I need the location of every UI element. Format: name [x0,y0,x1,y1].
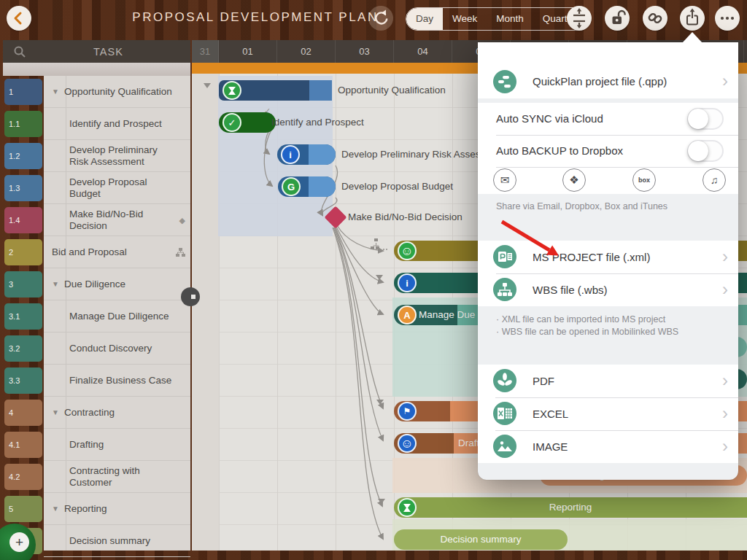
A-marker-icon: A [398,306,417,324]
itunes-icon[interactable]: ♫ [703,168,726,192]
collapse-triangle-icon[interactable]: ▼ [52,407,59,419]
fit-rows-button[interactable] [567,6,592,31]
chevron-right-icon: › [722,241,728,273]
gantt-bar-label: Develop Proposal Budget [341,176,453,197]
task-row-1.1[interactable]: Identify and Prospect [44,108,190,140]
export-quickplan-row[interactable]: QuickPlan project file (.qpp) › [478,65,738,98]
task-label: Develop Proposal Budget [69,176,179,200]
task-row-3.3[interactable]: Finalize Business Case [44,365,190,397]
export-pdf-row[interactable]: PDF › [478,365,738,397]
gantt-bar-progress-segment [309,80,332,101]
gantt-bar-label: Develop Preliminary Risk Assessment [341,144,478,165]
collapse-triangle-icon[interactable]: ▼ [52,279,59,290]
image-icon [493,435,516,458]
task-id-chip[interactable]: 3.1 [4,303,42,330]
export-msproject-row[interactable]: MS PROJECT file (.xml) › [478,241,738,273]
back-button[interactable] [7,6,31,31]
task-id-chip[interactable]: 5 [4,496,42,522]
share-button[interactable] [680,6,705,31]
export-excel-row[interactable]: EXCEL › [478,397,738,430]
task-id-chip[interactable]: 1.3 [4,175,42,201]
collapse-triangle-icon[interactable]: ▼ [52,503,59,515]
unlock-button[interactable] [605,6,630,31]
project-row-strip [3,63,190,76]
task-id-chip[interactable]: 3 [4,271,42,298]
info-marker-icon: i [281,145,300,164]
gantt-bar[interactable]: ✓ [219,112,276,133]
task-id-chip[interactable]: 4 [4,400,42,426]
page-title: PROPOSAL DEVELOPMENT PLAN [132,10,378,25]
view-mode-month[interactable]: Month [487,8,533,30]
gantt-bar[interactable]: G [278,176,336,197]
auto-backup-row: Auto BACKUP to Dropbox [478,135,738,167]
task-label: Manage Due Diligence [69,311,169,322]
export-wbs-row[interactable]: WBS file (.wbs) › [478,273,738,306]
task-label: Opportunity Qualification [64,86,172,98]
task-id-chip[interactable]: 1.2 [4,143,42,169]
auto-sync-row: Auto SYNC via iCloud [478,103,738,135]
view-mode-segmented-control[interactable]: DayWeekMonthQuarter [406,7,587,31]
box-icon[interactable]: box [632,168,656,192]
task-id-chip[interactable]: 3.2 [4,335,42,362]
task-row-4.2[interactable]: Contracting with Customer [44,461,190,493]
view-mode-week[interactable]: Week [443,8,487,30]
auto-backup-toggle[interactable] [687,140,724,162]
gantt-bar-label: Identify and Prospect [271,112,364,133]
task-row-5.1[interactable]: Decision summary [44,525,190,557]
image-label: IMAGE [533,430,568,463]
link-icon [643,6,667,31]
task-id-chip[interactable]: 1.1 [4,111,42,137]
task-row-2[interactable]: Bid and Proposal [44,236,190,268]
task-label: Contracting with Customer [69,465,179,489]
add-task-plus[interactable]: + [9,532,29,552]
task-row-1.4[interactable]: Make Bid/No-Bid Decision◆ [44,204,190,236]
task-id-chip[interactable]: 4.1 [4,432,42,458]
task-id-chip[interactable]: 1 [4,79,42,105]
task-row-1.3[interactable]: Develop Proposal Budget [44,172,190,204]
task-label: Finalize Business Case [69,375,171,386]
undo-button[interactable] [368,6,393,31]
share-targets-row: ✉ ❖ box ♫ [478,167,738,194]
task-label: Develop Preliminary Risk Assessment [69,144,179,168]
more-button[interactable] [715,6,740,31]
task-id-chip[interactable]: 3.3 [4,368,42,394]
unlock-icon [605,6,630,31]
link-button[interactable] [643,6,667,31]
gantt-bar[interactable] [219,80,332,101]
search-icon[interactable] [13,45,26,58]
task-row-1.2[interactable]: Develop Preliminary Risk Assessment [44,140,190,172]
task-label: Drafting [69,439,104,451]
date-cell: 04 [394,40,452,63]
task-label: Bid and Proposal [52,246,127,258]
date-cell: 31 [192,40,219,63]
task-id-chip[interactable]: 4.2 [4,464,42,490]
task-row-4[interactable]: ▼Contracting [44,397,190,429]
task-row-4.1[interactable]: Drafting [44,429,190,461]
view-mode-day[interactable]: Day [406,8,443,30]
task-id-chip[interactable]: 2 [4,239,42,265]
wbs-label: WBS file (.wbs) [533,273,608,306]
task-row-1[interactable]: ▼Opportunity Qualification [44,76,190,108]
task-row-3.1[interactable]: Manage Due Diligence [44,300,190,332]
auto-sync-label: Auto SYNC via iCloud [496,103,603,135]
gantt-bar[interactable]: i [277,144,336,165]
task-label: Due Diligence [64,279,125,290]
note-xml: · XML file can be imported into MS proje… [496,314,678,326]
pdf-icon [493,369,516,392]
task-row-3[interactable]: ▼Due Diligence [44,268,190,300]
auto-sync-toggle[interactable] [687,108,724,130]
collapse-triangle-icon[interactable]: ▼ [52,86,59,98]
fit-rows-icon [567,6,592,31]
task-panel-header: TASK [3,40,190,63]
export-image-row[interactable]: IMAGE › [478,430,738,463]
task-row-5[interactable]: ▼Reporting [44,493,190,525]
panel-splitter-handle[interactable] [181,287,200,306]
subtasks-org-icon [176,248,185,257]
task-id-chip[interactable]: 1.4 [4,207,42,233]
task-row-3.2[interactable]: Conduct Discovery [44,332,190,365]
dropbox-icon[interactable]: ❖ [562,168,586,192]
excel-label: EXCEL [533,397,568,430]
chevron-right-icon: › [722,273,728,306]
share-icon [680,6,705,31]
email-icon[interactable]: ✉ [493,168,516,192]
